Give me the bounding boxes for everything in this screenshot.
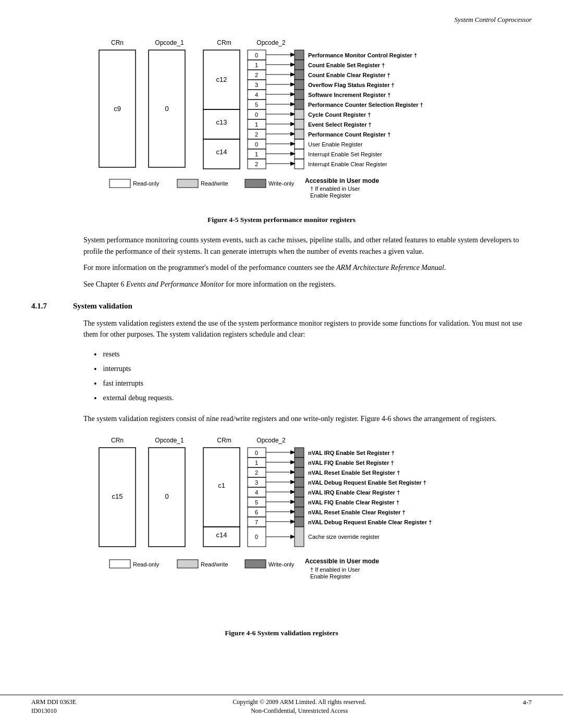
- text2: For more information on the programmer's…: [83, 264, 334, 272]
- svg-text:1: 1: [255, 62, 258, 68]
- svg-rect-66: [295, 129, 304, 139]
- footer-doc-id: ARM DDI 0363E: [31, 698, 76, 706]
- bullet-item-external: external debug requests.: [94, 391, 532, 406]
- svg-text:CRn: CRn: [111, 437, 124, 444]
- section-title: System validation: [73, 302, 132, 311]
- figure5-caption: Figure 4-5 System performance monitor re…: [207, 216, 356, 224]
- footer-page-number: 4-7: [523, 698, 532, 707]
- svg-text:Read/write: Read/write: [201, 180, 228, 187]
- svg-rect-111: [295, 448, 304, 458]
- svg-rect-48: [295, 100, 304, 109]
- svg-text:Enable Register: Enable Register: [310, 192, 351, 199]
- figure6-caption: Figure 4-6 System validation registers: [225, 629, 338, 637]
- main-content: CRn Opcode_1 CRm Opcode_2 c9 0 c12: [0, 34, 563, 679]
- svg-text:Performance Counter Selection : Performance Counter Selection Register †: [308, 102, 423, 108]
- svg-text:4: 4: [255, 92, 258, 98]
- svg-text:c1: c1: [218, 482, 225, 489]
- svg-text:Performance Monitor Control Re: Performance Monitor Control Register †: [308, 52, 417, 58]
- svg-rect-123: [295, 467, 304, 477]
- svg-rect-161: [109, 560, 130, 568]
- svg-text:Opcode_1: Opcode_1: [155, 437, 184, 444]
- svg-text:5: 5: [255, 102, 258, 108]
- svg-rect-72: [295, 139, 304, 149]
- svg-text:nVAL Reset Enable Clear Regist: nVAL Reset Enable Clear Register †: [308, 509, 406, 515]
- svg-text:† If enabled in User: † If enabled in User: [310, 186, 360, 192]
- svg-text:Cycle Count Register †: Cycle Count Register †: [308, 112, 371, 118]
- svg-text:Accessible in User mode: Accessible in User mode: [305, 558, 379, 565]
- footer-id2: ID013010: [31, 707, 76, 715]
- svg-rect-117: [295, 458, 304, 467]
- paragraph-2: For more information on the programmer's…: [83, 262, 532, 274]
- svg-text:Opcode_1: Opcode_1: [155, 39, 184, 46]
- svg-text:2: 2: [255, 470, 258, 476]
- svg-text:Read/write: Read/write: [201, 561, 228, 567]
- svg-text:0: 0: [255, 112, 258, 118]
- svg-rect-36: [295, 80, 304, 90]
- figure6-diagram: CRn Opcode_1 CRm Opcode_2 c15 0 c1 c14: [86, 432, 477, 625]
- bullet-text: fast interrupts: [103, 378, 143, 390]
- svg-rect-153: [295, 517, 304, 527]
- svg-text:1: 1: [255, 460, 258, 466]
- svg-rect-141: [295, 497, 304, 507]
- svg-text:c12: c12: [216, 76, 227, 83]
- svg-text:Count Enable Set Register †: Count Enable Set Register †: [308, 62, 385, 68]
- svg-text:Accessible in User mode: Accessible in User mode: [305, 177, 379, 184]
- svg-text:Enable Register: Enable Register: [310, 573, 351, 579]
- svg-text:nVAL FIQ Enable Set Register †: nVAL FIQ Enable Set Register †: [308, 460, 394, 466]
- svg-rect-90: [245, 179, 266, 188]
- page: System Control Coprocessor CRn Opcode_1 …: [0, 0, 563, 728]
- svg-text:0: 0: [165, 492, 168, 500]
- footer-access: Non-Confidential, Unrestricted Access: [232, 707, 366, 715]
- figure6-container: CRn Opcode_1 CRm Opcode_2 c15 0 c1 c14: [31, 432, 532, 637]
- svg-rect-18: [295, 50, 304, 60]
- svg-rect-159: [295, 527, 304, 547]
- svg-rect-42: [295, 90, 304, 100]
- svg-text:† If enabled in User: † If enabled in User: [310, 566, 360, 573]
- svg-rect-129: [295, 477, 304, 487]
- svg-rect-24: [295, 60, 304, 70]
- svg-rect-78: [295, 149, 304, 159]
- svg-text:7: 7: [255, 519, 258, 525]
- bullet-item-interrupts: interrupts: [94, 362, 532, 377]
- svg-text:2: 2: [255, 161, 258, 167]
- paragraph-5: The system validation registers consist …: [83, 413, 532, 425]
- svg-text:Write-only: Write-only: [268, 561, 295, 567]
- svg-text:0: 0: [165, 105, 168, 113]
- svg-text:2: 2: [255, 131, 258, 138]
- svg-text:3: 3: [255, 82, 258, 88]
- svg-text:c13: c13: [216, 118, 227, 126]
- svg-text:Count Enable Clear Register †: Count Enable Clear Register †: [308, 72, 390, 78]
- footer-center: Copyright © 2009 ARM Limited. All rights…: [232, 698, 366, 715]
- svg-text:6: 6: [255, 509, 258, 515]
- bullet-text: resets: [103, 349, 120, 361]
- svg-text:Opcode_2: Opcode_2: [256, 39, 286, 46]
- paragraph-4: The system validation registers extend t…: [83, 318, 532, 340]
- svg-text:Interrupt Enable Clear Registe: Interrupt Enable Clear Register: [308, 161, 387, 167]
- svg-text:3: 3: [255, 479, 258, 486]
- svg-text:CRn: CRn: [111, 39, 124, 46]
- svg-rect-54: [295, 109, 304, 119]
- svg-text:nVAL Debug Request Enable Set : nVAL Debug Request Enable Set Register †: [308, 479, 426, 486]
- text3-italic: Events and Performance Monitor: [126, 280, 224, 288]
- svg-text:Performance Count Register †: Performance Count Register †: [308, 131, 390, 138]
- page-header: System Control Coprocessor: [0, 0, 563, 29]
- svg-text:Cache size override register: Cache size override register: [308, 534, 380, 540]
- svg-rect-30: [295, 70, 304, 80]
- page-footer: ARM DDI 0363E ID013010 Copyright © 2009 …: [0, 695, 563, 715]
- svg-rect-147: [295, 507, 304, 517]
- svg-text:1: 1: [255, 151, 258, 157]
- section-number: 4.1.7: [31, 302, 63, 311]
- svg-text:2: 2: [255, 72, 258, 78]
- footer-left: ARM DDI 0363E ID013010: [31, 698, 76, 715]
- bullet-list: resets interrupts fast interrupts extern…: [94, 348, 532, 406]
- bullet-item-resets: resets: [94, 348, 532, 362]
- text2-italic: ARM Architecture Reference Manual: [336, 264, 444, 272]
- bullet-text: external debug requests.: [103, 392, 174, 405]
- svg-text:CRm: CRm: [217, 39, 231, 46]
- svg-text:nVAL IRQ Enable Clear Register: nVAL IRQ Enable Clear Register †: [308, 489, 400, 496]
- footer-copyright: Copyright © 2009 ARM Limited. All rights…: [232, 698, 366, 706]
- svg-text:c15: c15: [112, 492, 123, 500]
- svg-text:0: 0: [255, 534, 258, 540]
- svg-text:0: 0: [255, 141, 258, 147]
- text-block-1: System performance monitoring counts sys…: [31, 235, 532, 290]
